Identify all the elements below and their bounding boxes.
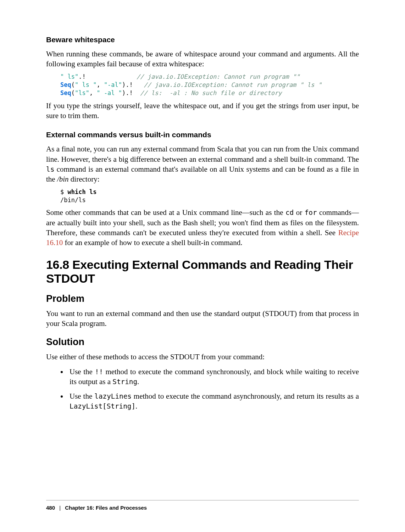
solution-heading: Solution [46, 337, 359, 348]
inline-code: ls [46, 165, 54, 173]
inline-code: lazyLines [94, 392, 132, 400]
subsection-heading-external: External commands versus built-in comman… [46, 131, 359, 139]
inline-code: for [305, 209, 317, 217]
page-footer: 480 | Chapter 16: Files and Processes [46, 500, 359, 511]
page-number: 480 [46, 505, 55, 511]
paragraph: You want to run an external command and … [46, 309, 359, 329]
chapter-label: Chapter 16: Files and Processes [65, 505, 147, 511]
inline-code: !! [95, 368, 103, 376]
inline-code: cd [285, 209, 294, 217]
inline-code: String [112, 378, 137, 386]
paragraph: When running these commands, be aware of… [46, 49, 359, 69]
code-block-which: $ which ls /bin/ls [60, 188, 359, 204]
code-block-whitespace: " ls".! // java.io.IOException: Cannot r… [60, 73, 359, 97]
subsection-heading-whitespace: Beware whitespace [46, 35, 359, 44]
list-item: Use the !! method to execute the command… [67, 367, 359, 387]
paragraph: If you type the strings yourself, leave … [46, 101, 359, 121]
list-item: Use the lazyLines method to execute the … [67, 391, 359, 411]
inline-code: LazyList[String] [70, 402, 135, 410]
italic-text: /bin [57, 175, 69, 183]
problem-heading: Problem [46, 293, 359, 304]
section-title: 16.8 Executing External Commands and Rea… [46, 258, 359, 286]
paragraph: Use either of these methods to access th… [46, 352, 359, 362]
paragraph: Some other commands that can be used at … [46, 207, 359, 248]
footer-separator: | [59, 505, 61, 511]
paragraph: As a final note, you can run any externa… [46, 144, 359, 184]
bullet-list: Use the !! method to execute the command… [67, 367, 359, 411]
